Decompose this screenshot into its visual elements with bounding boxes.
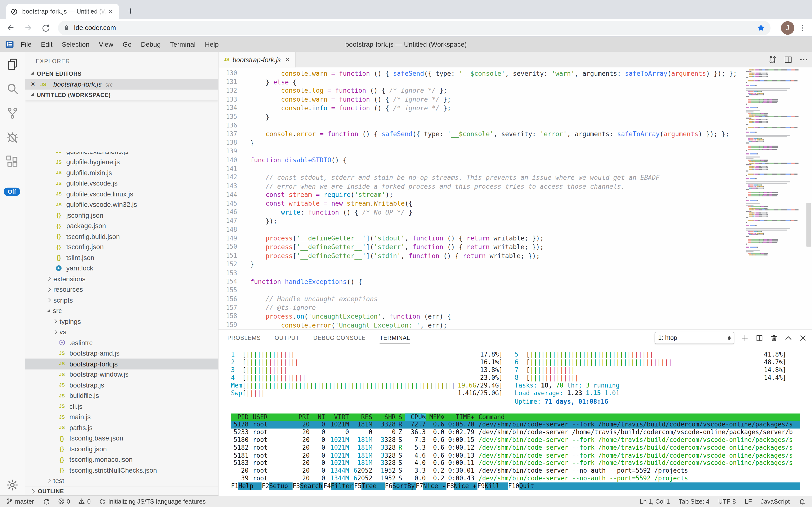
status-master[interactable]: master	[6, 498, 34, 505]
tree-item-tsconfig.json[interactable]: {}tsconfig.json	[25, 444, 218, 454]
open-editor-item[interactable]: ✕ JS bootstrap-fork.js src	[25, 79, 218, 90]
close-icon[interactable]: ✕	[30, 81, 39, 88]
tree-item-yarn.lock[interactable]: yarn.lock	[25, 263, 218, 274]
split-editor-icon[interactable]	[784, 55, 792, 64]
tree-item-tsconfig.build.json[interactable]: {}tsconfig.build.json	[25, 231, 218, 242]
panel-tab-problems[interactable]: PROBLEMS	[227, 330, 261, 345]
settings-button[interactable]	[0, 478, 25, 491]
menu-item-view[interactable]: View	[94, 40, 118, 48]
tree-item-gulpfile.hygiene.js[interactable]: JSgulpfile.hygiene.js	[25, 157, 218, 167]
fkey-F8[interactable]: F8	[446, 482, 454, 490]
status-sync[interactable]	[42, 498, 50, 505]
tree-item-.eslintrc[interactable]: .eslintrc	[25, 337, 218, 348]
split-terminal-icon[interactable]	[755, 334, 763, 342]
sync-editors-icon[interactable]	[768, 55, 777, 64]
activity-search[interactable]	[0, 76, 25, 101]
tree-item-tsconfig.base.json[interactable]: {}tsconfig.base.json	[25, 433, 218, 444]
tree-item-gulpfile.mixin.js[interactable]: JSgulpfile.mixin.js	[25, 167, 218, 178]
tree-item-gulpfile.vscode.win32.js[interactable]: JSgulpfile.vscode.win32.js	[25, 199, 218, 210]
code-editor[interactable]: 130 console.warn = function () { safeSen…	[218, 67, 812, 329]
tree-item-buildfile.js[interactable]: JSbuildfile.js	[25, 390, 218, 401]
tree-item-bootstrap-amd.js[interactable]: JSbootstrap-amd.js	[25, 348, 218, 358]
panel-tab-debug-console[interactable]: DEBUG CONSOLE	[313, 330, 366, 345]
tree-item-main.js[interactable]: JSmain.js	[25, 412, 218, 422]
editor-tab[interactable]: JS bootstrap-fork.js ✕	[218, 52, 296, 67]
menu-item-file[interactable]: File	[16, 40, 36, 48]
htop-header-MEM%[interactable]: MEM%	[426, 413, 444, 421]
tree-item-cli.js[interactable]: JScli.js	[25, 401, 218, 412]
tree-item-vs[interactable]: vs	[25, 327, 218, 337]
tree-item-jsconfig.json[interactable]: {}jsconfig.json	[25, 210, 218, 221]
tree-item-paths.js[interactable]: JSpaths.js	[25, 422, 218, 433]
tree-item-bootstrap-fork.js[interactable]: JSbootstrap-fork.js	[25, 358, 218, 369]
tab-close-icon[interactable]: ✕	[285, 56, 290, 63]
status-0[interactable]: 0	[78, 498, 91, 505]
terminal[interactable]: 1 [|||||||||||||17.8%]5 [|||||||||||||||…	[218, 346, 812, 496]
tree-item-resources[interactable]: resources	[25, 284, 218, 295]
htop-header-PID[interactable]: PID	[231, 413, 249, 421]
bookmark-star-icon[interactable]	[757, 23, 765, 32]
htop-header-RES[interactable]: RES	[349, 413, 372, 421]
activity-files[interactable]	[0, 52, 25, 76]
tree-item-gulpfile.extensions.js[interactable]: JSgulpfile.extensions.js	[25, 152, 218, 157]
fkey-F2[interactable]: F2	[262, 482, 269, 490]
kill-terminal-icon[interactable]	[770, 334, 778, 342]
fkey-F3[interactable]: F3	[293, 482, 300, 490]
htop-header-SHR[interactable]: SHR	[372, 413, 395, 421]
activity-debug[interactable]	[0, 125, 25, 149]
open-editors-header[interactable]: OPEN EDITORS	[25, 68, 218, 79]
status-utf-8[interactable]: UTF-8	[718, 498, 736, 505]
fkey-label-Setup[interactable]: Setup	[269, 482, 293, 490]
menu-item-edit[interactable]: Edit	[36, 40, 57, 48]
new-tab-button[interactable]: +	[123, 4, 138, 18]
htop-header-Command[interactable]: Command	[474, 413, 800, 421]
workspace-header[interactable]: UNTITLED (WORKSPACE)	[25, 90, 218, 100]
fkey-label-Search[interactable]: Search	[300, 482, 323, 490]
new-terminal-icon[interactable]	[741, 334, 749, 342]
tree-item-tsconfig.json[interactable]: {}tsconfig.json	[25, 242, 218, 252]
tree-item-bootstrap-window.js[interactable]: JSbootstrap-window.js	[25, 369, 218, 380]
outline-header[interactable]: OUTLINE	[25, 486, 218, 495]
fkey-label-Nice +[interactable]: Nice +	[454, 482, 477, 490]
editor-scrollbar[interactable]	[806, 203, 811, 247]
fkey-label-Kill[interactable]: Kill	[485, 482, 508, 490]
menu-item-debug[interactable]: Debug	[136, 40, 166, 48]
htop-header-NI[interactable]: NI	[310, 413, 325, 421]
fkey-F9[interactable]: F9	[477, 482, 485, 490]
fkey-F5[interactable]: F5	[354, 482, 362, 490]
forward-icon[interactable]	[21, 20, 35, 35]
activity-extensions[interactable]	[0, 149, 25, 174]
fkey-F4[interactable]: F4	[323, 482, 331, 490]
fkey-label-Filter[interactable]: Filter	[331, 482, 354, 490]
url-text[interactable]: ide.coder.com	[74, 24, 756, 32]
close-panel-icon[interactable]	[799, 334, 807, 342]
minimap[interactable]	[746, 69, 804, 329]
htop-header-USER[interactable]: USER	[249, 413, 287, 421]
terminal-picker[interactable]: 1: htop	[654, 332, 734, 344]
status-0[interactable]: 0	[58, 498, 70, 505]
menu-item-terminal[interactable]: Terminal	[165, 40, 200, 48]
fkey-label-Tree[interactable]: Tree	[362, 482, 385, 490]
tree-item-extensions[interactable]: extensions	[25, 274, 218, 284]
status-bell[interactable]	[799, 498, 806, 505]
refresh-icon[interactable]	[39, 20, 53, 35]
fkey-F7[interactable]: F7	[416, 482, 423, 490]
tree-item-tslint.json[interactable]: {}tslint.json	[25, 252, 218, 263]
browser-tab[interactable]: bootstrap-fork.js — Untitled (W ✕	[6, 4, 119, 19]
status-ln-1-col-1[interactable]: Ln 1, Col 1	[640, 498, 670, 505]
activity-scm[interactable]	[0, 101, 25, 125]
htop-header-CPU%[interactable]: CPU%	[405, 413, 426, 421]
htop-header-TIME+[interactable]: TIME+	[444, 413, 474, 421]
status-lf[interactable]: LF	[745, 498, 752, 505]
status-javascript[interactable]: JavaScript	[761, 498, 790, 505]
tree-item-bootstrap.js[interactable]: JSbootstrap.js	[25, 380, 218, 390]
tree-item-src[interactable]: src	[25, 305, 218, 316]
tree-item-scripts[interactable]: scripts	[25, 295, 218, 305]
menu-item-selection[interactable]: Selection	[57, 40, 94, 48]
fkey-F10[interactable]: F10	[508, 482, 519, 490]
back-icon[interactable]	[3, 20, 18, 35]
tab-close-icon[interactable]: ✕	[106, 7, 115, 15]
off-badge[interactable]: Off	[4, 187, 20, 196]
tree-item-tsconfig.monaco.json[interactable]: {}tsconfig.monaco.json	[25, 454, 218, 465]
url-bar[interactable]: ide.coder.com	[58, 20, 771, 35]
